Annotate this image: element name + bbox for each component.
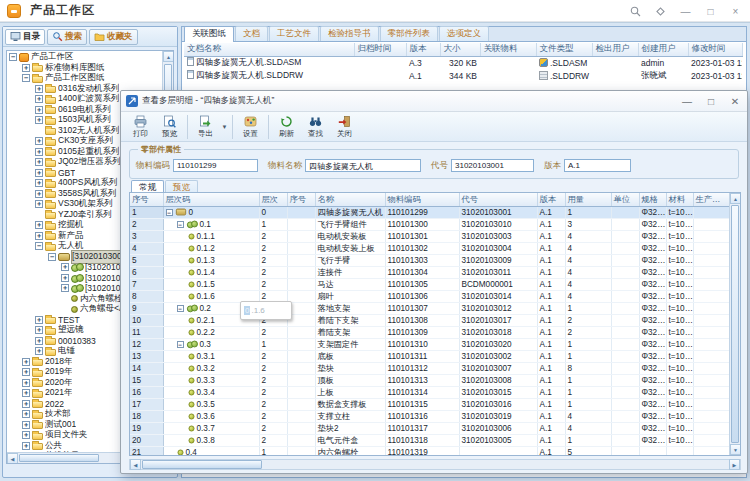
doc-column-header[interactable]: 大小 xyxy=(440,43,480,56)
expand-icon[interactable]: + xyxy=(35,326,43,334)
cell-editor-overlay[interactable]: 0.1.6 xyxy=(240,301,292,320)
bom-row[interactable]: 50.1.32飞行手臂11010130331020103009A.14Φ32…t… xyxy=(130,254,729,266)
expand-icon[interactable]: + xyxy=(35,169,43,177)
bom-column-header[interactable]: 代号 xyxy=(459,193,537,206)
bom-column-header[interactable]: 序号 xyxy=(287,193,315,206)
doc-column-header[interactable]: 版本 xyxy=(406,43,440,56)
bom-row[interactable]: 30.1.12电动机安装板11010130131020103003A.14Φ32… xyxy=(130,230,729,242)
doc-tab-4[interactable]: 检验指导书 xyxy=(320,26,379,41)
bom-column-header[interactable]: 版本 xyxy=(537,193,565,206)
search-tab-button[interactable]: 搜索 xyxy=(47,29,87,45)
expand-icon[interactable]: + xyxy=(61,263,69,271)
expand-icon[interactable]: + xyxy=(22,400,30,408)
doc-column-header[interactable]: 归档时间 xyxy=(354,43,406,56)
bom-column-header[interactable]: 生产… xyxy=(693,193,729,206)
doc-column-header[interactable]: 检出用户 xyxy=(592,43,638,56)
expand-icon[interactable]: + xyxy=(22,421,30,429)
doc-column-header[interactable]: 文档名称 xyxy=(184,43,354,56)
document-row[interactable]: 四轴多旋翼无人机.SLDDRWA.1344 KB.SLDDRW张晓斌2023-0… xyxy=(184,69,742,82)
bom-column-header[interactable]: 规格 xyxy=(639,193,666,206)
preview-button[interactable]: 预览 xyxy=(155,113,184,141)
expand-icon[interactable]: + xyxy=(22,379,30,387)
scroll-up-icon[interactable]: ▲ xyxy=(730,193,741,204)
doc-column-header[interactable]: 创建用户 xyxy=(638,43,688,56)
bom-row[interactable]: 160.3.42上板11010131431020103015A.11Φ32…t=… xyxy=(130,386,729,398)
expand-icon[interactable]: + xyxy=(35,347,43,355)
bom-vertical-scrollbar[interactable]: ▲ ▼ xyxy=(729,193,740,455)
expand-icon[interactable]: + xyxy=(22,442,30,450)
expand-icon[interactable]: + xyxy=(35,337,43,345)
favorites-tab-button[interactable]: 收藏夹 xyxy=(89,29,138,45)
dialog-close-button[interactable]: ✕ xyxy=(723,91,747,112)
bom-column-header[interactable]: 物料编码 xyxy=(385,193,459,206)
doc-tab-6[interactable]: 选项定义 xyxy=(439,26,489,41)
bom-row[interactable]: 60.1.42连接件11010130431020103011A.14Φ32…t=… xyxy=(130,266,729,278)
bom-row[interactable]: 100.2.12着陆下支架11010130831020103017A.12Φ32… xyxy=(130,314,729,326)
refresh-button[interactable]: 刷新 xyxy=(272,113,301,141)
bom-column-header[interactable]: 层次码 xyxy=(163,193,259,206)
expand-icon[interactable]: + xyxy=(35,106,43,114)
collapse-icon[interactable]: − xyxy=(9,53,17,61)
scroll-down-icon[interactable]: ▼ xyxy=(730,444,741,455)
expand-icon[interactable]: + xyxy=(35,221,43,229)
property-value[interactable]: 31020103001 xyxy=(451,159,534,172)
export-button[interactable]: 导出 xyxy=(191,113,220,141)
zoom-icon[interactable] xyxy=(623,0,648,22)
expand-icon[interactable]: + xyxy=(35,95,43,103)
bom-row[interactable]: 9−0.21落地支架11010130731020103012A.11Φ32…t=… xyxy=(130,302,729,314)
bom-row[interactable]: 40.1.22电动机安装上板11010130231020103004A.14Φ3… xyxy=(130,242,729,254)
expand-icon[interactable]: + xyxy=(35,316,43,324)
bom-row[interactable]: 110.2.22着陆支架11010130931020103018A.12Φ32…… xyxy=(130,326,729,338)
bom-row[interactable]: 210.41内六角螺栓110101319A.15 xyxy=(130,446,729,455)
expand-icon[interactable]: + xyxy=(22,431,30,439)
bom-row[interactable]: 140.3.22垫块11010131231020103007A.18Φ32…t=… xyxy=(130,362,729,374)
tree-hscroll-thumb[interactable] xyxy=(19,454,99,462)
expand-icon[interactable]: + xyxy=(35,232,43,240)
bom-row[interactable]: 80.1.62扇叶11010130631020103014A.14Φ32…t=1… xyxy=(130,290,729,302)
doc-column-header[interactable]: 关联物料 xyxy=(480,43,536,56)
dialog-minimize-button[interactable]: — xyxy=(675,91,699,112)
bom-column-header[interactable]: 序号 xyxy=(130,193,163,206)
bom-row[interactable]: 200.3.82电气元件盒11010131831020103005A.11Φ32… xyxy=(130,434,729,446)
expand-icon[interactable]: + xyxy=(35,148,43,156)
catalog-tab-button[interactable]: 目录 xyxy=(5,29,45,45)
expand-icon[interactable]: + xyxy=(22,358,30,366)
expand-icon[interactable]: + xyxy=(22,410,30,418)
minimize-button[interactable]: — xyxy=(673,0,698,22)
property-value[interactable]: A.1 xyxy=(564,159,631,172)
bom-scroll-thumb[interactable] xyxy=(731,205,739,443)
collapse-icon[interactable]: − xyxy=(166,209,173,216)
doc-tab-5[interactable]: 零部件列表 xyxy=(380,26,439,41)
scroll-left-icon[interactable]: ◀ xyxy=(130,459,141,470)
expand-icon[interactable]: + xyxy=(22,368,30,376)
document-row[interactable]: 四轴多旋翼无人机.SLDASMA.3320 KB.SLDASMadmin2023… xyxy=(184,56,742,69)
bom-row[interactable]: 190.3.72垫块211010131731020103006A.14Φ32…t… xyxy=(130,422,729,434)
expand-icon[interactable]: + xyxy=(61,274,69,282)
bom-row[interactable]: 1−00四轴多旋翼无人机11010129931020103001A.11Φ32…… xyxy=(130,206,729,218)
expand-icon[interactable]: + xyxy=(22,64,30,72)
bom-row[interactable]: 12−0.31支架固定件11010131031020103020A.11Φ32…… xyxy=(130,338,729,350)
close-dialog-button[interactable]: 关闭 xyxy=(330,113,359,141)
expand-icon[interactable]: + xyxy=(35,137,43,145)
collapse-icon[interactable]: − xyxy=(22,74,30,82)
bom-column-header[interactable]: 用量 xyxy=(565,193,611,206)
doc-column-header[interactable]: 修改时间 xyxy=(688,43,742,56)
expand-icon[interactable]: + xyxy=(22,389,30,397)
expand-icon[interactable]: + xyxy=(35,200,43,208)
print-button[interactable]: 打印 xyxy=(126,113,155,141)
bom-row[interactable]: 170.3.52数据盒支撑板11010131531020103016A.11Φ3… xyxy=(130,398,729,410)
collapse-icon[interactable]: − xyxy=(35,242,43,250)
settings-button[interactable]: 设置 xyxy=(236,113,265,141)
bom-column-header[interactable]: 层次 xyxy=(259,193,287,206)
collapse-icon[interactable]: − xyxy=(48,253,56,261)
dialog-maximize-button[interactable]: □ xyxy=(699,91,723,112)
expand-icon[interactable]: + xyxy=(35,116,43,124)
scroll-right-icon[interactable]: ▶ xyxy=(729,459,740,470)
dialog-titlebar[interactable]: 查看多层明细 - “四轴多旋翼无人机” — □ ✕ xyxy=(121,91,747,112)
expand-icon[interactable]: + xyxy=(35,179,43,187)
rotate-icon[interactable] xyxy=(648,0,673,22)
bom-horizontal-scrollbar[interactable]: ◀ ▶ xyxy=(129,459,741,470)
collapse-icon[interactable]: − xyxy=(177,221,184,228)
expand-icon[interactable]: + xyxy=(61,284,69,292)
find-button[interactable]: 查找 xyxy=(301,113,330,141)
